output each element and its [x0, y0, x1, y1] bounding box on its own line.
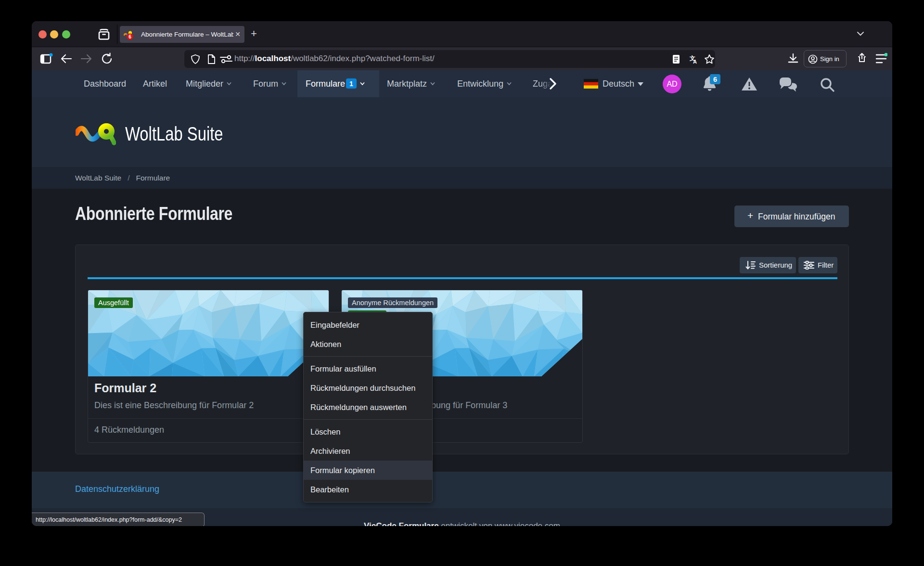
svg-text:6: 6 — [128, 34, 131, 39]
svg-text:6: 6 — [713, 76, 717, 83]
svg-text:A: A — [693, 59, 697, 64]
